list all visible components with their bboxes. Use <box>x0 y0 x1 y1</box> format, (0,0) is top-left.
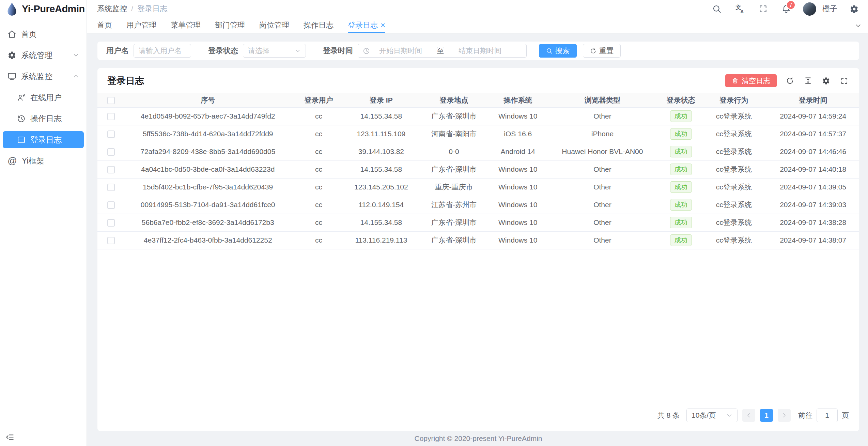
sidebar-item-yi-framework[interactable]: @ Yi框架 <box>3 152 84 169</box>
table-row[interactable]: 15d5f402-bc1b-cfbe-7f95-3a14dd620439cc12… <box>97 178 859 196</box>
cell-browser: Other <box>544 214 661 231</box>
search-icon[interactable] <box>710 2 723 15</box>
column-header: 操作系统 <box>492 93 544 107</box>
cell-action: cc登录系统 <box>701 214 767 231</box>
next-page-button[interactable] <box>778 409 791 422</box>
row-select-cell <box>97 107 125 125</box>
cell-browser: Other <box>544 107 661 125</box>
sidebar-item-label: Yi框架 <box>22 156 44 166</box>
sidebar-item-online-users[interactable]: 在线用户 <box>3 89 84 106</box>
tab-item-0[interactable]: 首页 <box>97 18 112 33</box>
table-row[interactable]: 4a04c1bc-0d50-3bde-ca0f-3a14dd63223dcc14… <box>97 160 859 178</box>
login-log-icon <box>17 136 26 144</box>
search-button[interactable]: 搜索 <box>539 44 577 58</box>
reset-button[interactable]: 重置 <box>583 44 621 58</box>
breadcrumb-item[interactable]: 系统监控 <box>97 4 127 14</box>
select-all-checkbox[interactable] <box>107 97 115 104</box>
goto-page-input[interactable] <box>817 409 838 422</box>
username-label: 用户名 <box>106 46 129 56</box>
tab-item-2[interactable]: 菜单管理 <box>171 18 201 33</box>
page-number-button[interactable]: 1 <box>760 409 773 422</box>
notification-bell-icon[interactable]: 7 <box>780 2 793 15</box>
top-actions: 文A 7 橙子 <box>710 2 861 16</box>
fullscreen-table-icon[interactable] <box>839 76 849 86</box>
row-checkbox[interactable] <box>107 130 115 138</box>
table-row[interactable]: 00914995-513b-7104-da91-3a14dd61fce0cc11… <box>97 196 859 214</box>
pagination-total: 共 8 条 <box>657 411 680 420</box>
sidebar-item-system-management[interactable]: 系统管理 <box>3 47 84 64</box>
table-row[interactable]: 4e1d0549-b092-657b-aec7-3a14dd749fd2cc14… <box>97 107 859 125</box>
at-icon: @ <box>7 156 17 166</box>
tab-label: 部门管理 <box>215 20 245 30</box>
notification-badge: 7 <box>786 0 795 10</box>
avatar[interactable] <box>803 2 816 16</box>
table-row[interactable]: 56b6a7e0-fbb2-ef8c-3692-3a14dd6172b3cc14… <box>97 214 859 231</box>
fullscreen-icon[interactable] <box>757 2 770 15</box>
cell-action: cc登录系统 <box>701 125 767 143</box>
prev-page-button[interactable] <box>742 409 755 422</box>
row-checkbox[interactable] <box>107 201 115 209</box>
row-checkbox[interactable] <box>107 219 115 227</box>
cell-ip: 112.0.149.154 <box>346 196 416 214</box>
clear-logs-button[interactable]: 清空日志 <box>725 74 777 87</box>
sidebar-item-operation-log[interactable]: 操作日志 <box>3 110 84 127</box>
row-checkbox[interactable] <box>107 237 115 244</box>
tab-item-5[interactable]: 操作日志 <box>304 18 334 33</box>
cell-location: 江苏省-苏州市 <box>416 196 492 214</box>
row-checkbox[interactable] <box>107 166 115 173</box>
column-settings-gear-icon[interactable] <box>821 76 831 86</box>
breadcrumb: 系统监控 / 登录日志 <box>97 4 167 14</box>
logo[interactable]: Yi-PureAdmin <box>0 0 87 18</box>
collapse-sidebar-icon[interactable] <box>5 433 14 442</box>
tab-label: 菜单管理 <box>171 20 201 30</box>
login-log-card: 登录日志 清空日志 <box>97 68 859 431</box>
tab-item-6[interactable]: 登录日志× <box>348 18 385 33</box>
cell-os: Windows 10 <box>492 178 544 196</box>
settings-gear-icon[interactable] <box>848 2 861 15</box>
tab-item-4[interactable]: 岗位管理 <box>259 18 289 33</box>
cell-action: cc登录系统 <box>701 231 767 249</box>
row-checkbox[interactable] <box>107 148 115 156</box>
cell-ip: 39.144.103.82 <box>346 143 416 160</box>
sidebar-item-login-log[interactable]: 登录日志 <box>3 131 84 148</box>
time-range-picker[interactable]: 至 <box>358 44 527 58</box>
table-row[interactable]: 72afa294-8209-438e-8bb5-3a14dd690d05cc39… <box>97 143 859 160</box>
tab-close-icon[interactable]: × <box>381 21 385 29</box>
login-log-table: 序号登录用户登录 IP登录地点操作系统浏览器类型登录状态登录行为登录时间 4e1… <box>97 93 859 249</box>
tab-overflow-chevron-down-icon[interactable] <box>848 18 868 33</box>
cell-status: 成功 <box>661 214 701 231</box>
translate-icon[interactable]: 文A <box>733 2 746 15</box>
username[interactable]: 橙子 <box>822 4 837 14</box>
refresh-table-icon[interactable] <box>785 76 795 86</box>
cell-action: cc登录系统 <box>701 196 767 214</box>
card-header: 登录日志 清空日志 <box>97 68 859 93</box>
tab-item-3[interactable]: 部门管理 <box>215 18 245 33</box>
cell-user: cc <box>291 143 346 160</box>
filter-username: 用户名 <box>106 44 191 58</box>
cell-os: Windows 10 <box>492 196 544 214</box>
sidebar-item-home[interactable]: 首页 <box>3 26 84 43</box>
username-input[interactable] <box>134 44 191 58</box>
tab-item-1[interactable]: 用户管理 <box>126 18 156 33</box>
row-checkbox[interactable] <box>107 184 115 191</box>
cell-time: 2024-09-07 14:38:28 <box>767 214 859 231</box>
goto-label: 前往 <box>798 411 812 420</box>
page-size-select[interactable]: 10条/页 <box>686 409 738 422</box>
sidebar-item-system-monitor[interactable]: 系统监控 <box>3 68 84 85</box>
chevron-down-icon <box>726 412 732 418</box>
column-header: 登录行为 <box>701 93 767 107</box>
time-end-input[interactable] <box>453 47 507 55</box>
table-row[interactable]: 4e37ff12-2fc4-b463-0fbb-3a14dd612252cc11… <box>97 231 859 249</box>
cell-id: 4a04c1bc-0d50-3bde-ca0f-3a14dd63223d <box>125 160 291 178</box>
row-checkbox[interactable] <box>107 113 115 120</box>
table-row[interactable]: 5ff5536c-738b-4d14-620a-3a14dd72fdd9cc12… <box>97 125 859 143</box>
cell-time: 2024-09-07 14:39:03 <box>767 196 859 214</box>
time-start-input[interactable] <box>373 47 428 55</box>
row-density-icon[interactable] <box>803 76 813 86</box>
row-select-cell <box>97 231 125 249</box>
cell-ip: 14.155.34.58 <box>346 214 416 231</box>
status-badge: 成功 <box>670 128 692 140</box>
cell-os: Windows 10 <box>492 160 544 178</box>
pagination: 共 8 条 10条/页 1 前往 页 <box>97 409 859 431</box>
status-select[interactable]: 请选择 <box>243 44 306 58</box>
